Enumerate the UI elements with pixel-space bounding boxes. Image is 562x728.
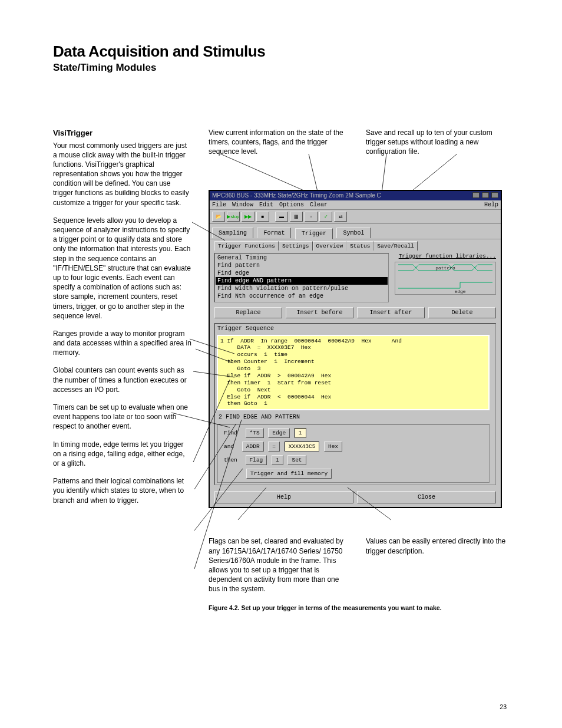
close-button[interactable]: Close (357, 491, 496, 503)
minimize-icon[interactable] (472, 192, 480, 198)
open-icon[interactable]: 📂 (212, 212, 225, 222)
tool-icon[interactable]: ▬ (275, 212, 288, 222)
subtab-status[interactable]: Status (346, 241, 373, 251)
paragraph: In timing mode, edge terms let you trigg… (53, 440, 192, 469)
then-label: then (220, 456, 241, 465)
checkmark-icon[interactable]: ✓ (319, 212, 332, 222)
left-text-column: VisiTrigger Your most commonly used trig… (53, 128, 192, 611)
menubar: File Window Edit Options Clear Help (210, 200, 501, 210)
run-icon[interactable]: ▶stop (227, 212, 240, 222)
find-row: Find *TS Edge 1 (220, 428, 487, 438)
svg-line-3 (385, 154, 457, 195)
page-main-title: Data Acquisition and Stimulus (53, 42, 509, 61)
list-item[interactable]: Find edge (216, 269, 388, 277)
annotation-top-left: View current information on the state of… (209, 128, 352, 157)
tab-format[interactable]: Format (257, 228, 291, 238)
subtab-overview[interactable]: Overview (313, 241, 347, 251)
paragraph: Your most commonly used triggers are jus… (53, 141, 192, 207)
app-window: MPC860 BUS - 333MHz State/2GHz Timing Zo… (209, 190, 502, 509)
page-sub-title: State/Timing Modules (53, 62, 509, 74)
svg-text:edge: edge (454, 289, 465, 294)
and-row: and ADDR = XXXX43C5 Hex (220, 442, 487, 452)
trigger-fill-button[interactable]: Trigger and fill memory (246, 469, 332, 479)
edge-value-input[interactable]: 1 (295, 428, 306, 438)
trigger-libraries-link[interactable]: Trigger function libraries... (395, 253, 496, 259)
edge-button[interactable]: Edge (268, 428, 290, 438)
paragraph: Sequence levels allow you to develop a s… (53, 216, 192, 321)
sequence-step-2-heading: 2 FIND EDGE AND PATTERN (215, 412, 495, 422)
trigger-sequence-heading: Trigger Sequence (215, 324, 495, 334)
flag-button[interactable]: Flag (246, 455, 267, 465)
paragraph: Patterns and their logical combinations … (53, 476, 192, 505)
window-title: MPC860 BUS - 333MHz State/2GHz Timing Zo… (212, 192, 381, 199)
svg-line-2 (379, 154, 386, 195)
then-row: then Flag 1 Set (220, 455, 487, 465)
delete-button[interactable]: Delete (428, 307, 496, 318)
menu-clear[interactable]: Clear (310, 202, 328, 208)
annotation-bottom-right: Values can be easily entered directly in… (366, 536, 509, 594)
eq-button[interactable]: = (268, 442, 280, 452)
menu-options[interactable]: Options (279, 202, 304, 208)
close-icon[interactable] (491, 192, 498, 198)
flag-num-button[interactable]: 1 (272, 455, 283, 465)
menu-file[interactable]: File (212, 202, 226, 208)
visitrigger-heading: VisiTrigger (53, 128, 192, 139)
list-item[interactable]: General Timing (216, 254, 388, 262)
list-item-selected[interactable]: Find edge AND pattern (216, 277, 388, 285)
tool-icon[interactable]: ▦ (290, 212, 303, 222)
and-label: and (220, 442, 237, 451)
subtab-save-recall[interactable]: Save/Recall (373, 241, 418, 251)
addr-value-input[interactable]: XXXX43C5 (285, 442, 320, 452)
annotation-top-right: Save and recall up to ten of your custom… (366, 128, 509, 157)
tab-symbol[interactable]: Symbol (336, 228, 371, 238)
ts-button[interactable]: *TS (246, 428, 264, 438)
function-list[interactable]: General Timing Find pattern Find edge Fi… (214, 253, 389, 302)
svg-line-1 (309, 154, 318, 194)
tool-icon[interactable]: ⇄ (334, 212, 347, 222)
set-button[interactable]: Set (287, 455, 306, 465)
tool-icon[interactable]: ▫ (305, 212, 318, 222)
find-label: Find (220, 429, 241, 437)
svg-text:pattern: pattern (435, 265, 455, 271)
svg-line-0 (220, 154, 312, 194)
list-item[interactable]: Find width violation on pattern/pulse (216, 285, 388, 292)
tab-sampling[interactable]: Sampling (212, 228, 253, 238)
paragraph: Global counters can count events such as… (53, 365, 192, 394)
list-item[interactable]: Find Nth occurrence of an edge (216, 292, 388, 300)
help-button[interactable]: Help (214, 491, 353, 503)
menu-edit[interactable]: Edit (259, 202, 273, 208)
trigger-action-row: Trigger and fill memory (220, 469, 487, 479)
paragraph: Timers can be set up to evaluate when on… (53, 403, 192, 431)
figure-caption: Figure 4.2. Set up your trigger in terms… (209, 604, 509, 611)
main-tabs: Sampling Format Trigger Symbol (210, 224, 501, 239)
tab-trigger[interactable]: Trigger (295, 228, 333, 239)
sub-tabs: Trigger FunctionsSettingsOverviewStatusS… (210, 239, 501, 251)
stop-icon[interactable]: ■ (256, 212, 269, 222)
menu-window[interactable]: Window (232, 202, 253, 208)
sequence-step-1[interactable]: 1 If ADDR In range 00000044 000042A9 Hex… (217, 335, 490, 411)
waveform-preview: pattern edge (395, 262, 496, 295)
menu-help[interactable]: Help (484, 202, 498, 208)
insert-after-button[interactable]: Insert after (357, 307, 425, 318)
addr-button[interactable]: ADDR (242, 442, 264, 452)
list-item[interactable]: Find pattern (216, 262, 388, 269)
run2-icon[interactable]: ▶▶ (242, 212, 254, 222)
insert-before-button[interactable]: Insert before (286, 307, 353, 318)
window-titlebar: MPC860 BUS - 333MHz State/2GHz Timing Zo… (210, 191, 501, 200)
replace-button[interactable]: Replace (214, 307, 282, 318)
sequence-step-2: Find *TS Edge 1 and ADDR = XXXX43C5 Hex (217, 424, 490, 483)
subtab-trigger-functions[interactable]: Trigger Functions (214, 241, 279, 251)
page-number: 23 (500, 703, 507, 710)
toolbar: 📂 ▶stop ▶▶ ■ ▬ ▦ ▫ ✓ ⇄ (210, 210, 501, 224)
annotation-bottom-left: Flags can be set, cleared and evaluated … (209, 536, 352, 594)
subtab-settings[interactable]: Settings (279, 241, 313, 251)
maximize-icon[interactable] (482, 192, 489, 198)
paragraph: Ranges provide a way to monitor program … (53, 329, 192, 358)
hex-button[interactable]: Hex (324, 442, 342, 452)
